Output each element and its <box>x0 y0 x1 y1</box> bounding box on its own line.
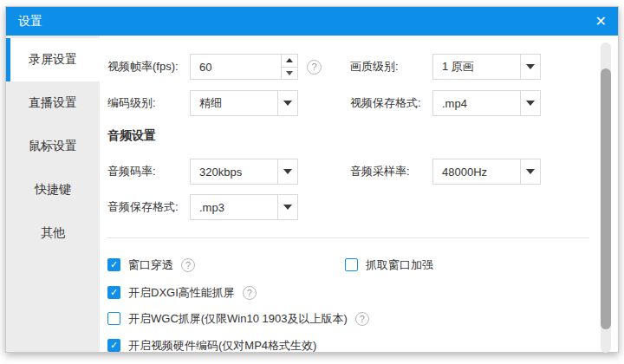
audio-bitrate-select[interactable]: 320kbps <box>190 159 298 185</box>
chevron-down-icon[interactable] <box>277 195 297 219</box>
quality-value: 1 原画 <box>433 55 520 79</box>
checkbox-label: 开启DXGI高性能抓屏 <box>128 285 235 301</box>
chevron-down-icon[interactable] <box>277 159 297 184</box>
chevron-down-icon[interactable] <box>520 55 540 79</box>
fps-row: 视频帧率(fps): 60 ? <box>107 54 322 80</box>
audio-format-row: 音频保存格式: .mp3 <box>107 194 298 220</box>
chevron-down-icon[interactable] <box>520 159 540 184</box>
encode-row: 编码级别: 精细 <box>107 90 298 116</box>
video-format-value: .mp4 <box>433 91 520 115</box>
audio-bitrate-value: 320kbps <box>191 159 277 184</box>
checkbox-label: 开启WGC抓屏(仅限Win10 1903及以上版本) <box>128 311 348 327</box>
checkbox-label: 抓取窗口加强 <box>366 257 433 273</box>
help-icon[interactable]: ? <box>355 312 369 326</box>
scrollbar-thumb[interactable] <box>601 68 611 329</box>
sidebar-item-label: 快捷键 <box>35 182 71 198</box>
video-format-select[interactable]: .mp4 <box>432 90 541 116</box>
fps-label: 视频帧率(fps): <box>107 59 190 75</box>
fps-spinner <box>281 55 297 79</box>
titlebar: 设置 ✕ <box>6 7 618 36</box>
help-icon[interactable]: ? <box>307 60 322 75</box>
audio-format-label: 音频保存格式: <box>107 199 190 215</box>
checkbox-label: 开启视频硬件编码(仅对MP4格式生效) <box>128 338 316 354</box>
window-penetrate-option: ✓ 窗口穿透 ? <box>107 257 195 272</box>
audio-sample-select[interactable]: 48000Hz <box>432 159 541 185</box>
settings-dialog: 设置 ✕ 录屏设置 直播设置 鼠标设置 快捷键 其他 视频 <box>5 6 619 353</box>
checkbox-checked[interactable]: ✓ <box>107 286 120 299</box>
video-format-row: 视频保存格式: .mp4 <box>350 90 541 116</box>
close-icon[interactable]: ✕ <box>595 15 607 29</box>
sidebar: 录屏设置 直播设置 鼠标设置 快捷键 其他 <box>6 36 100 352</box>
sidebar-item-label: 录屏设置 <box>29 52 77 68</box>
divider <box>107 237 589 238</box>
sidebar-item-other[interactable]: 其他 <box>6 211 100 255</box>
page-title: 设置 <box>18 14 42 29</box>
audio-bitrate-label: 音频码率: <box>107 164 190 179</box>
quality-select[interactable]: 1 原画 <box>432 54 541 80</box>
sidebar-item-mouse-settings[interactable]: 鼠标设置 <box>6 125 100 168</box>
sidebar-item-label: 其他 <box>41 225 65 241</box>
checkbox-label: 窗口穿透 <box>128 257 173 273</box>
audio-format-value: .mp3 <box>191 195 277 219</box>
quality-label: 画质级别: <box>350 59 432 75</box>
video-format-label: 视频保存格式: <box>350 95 432 111</box>
wgc-capture-option: 开启WGC抓屏(仅限Win10 1903及以上版本) ? <box>107 311 369 326</box>
encode-label: 编码级别: <box>107 95 190 111</box>
sidebar-item-label: 鼠标设置 <box>29 139 77 154</box>
audio-format-select[interactable]: .mp3 <box>190 194 298 220</box>
encode-select[interactable]: 精细 <box>190 90 298 116</box>
screen: 设置 ✕ 录屏设置 直播设置 鼠标设置 快捷键 其他 视频 <box>0 0 624 364</box>
sidebar-item-hotkeys[interactable]: 快捷键 <box>6 168 100 211</box>
sidebar-item-record-settings[interactable]: 录屏设置 <box>6 38 100 81</box>
checkbox-checked[interactable]: ✓ <box>107 258 120 271</box>
chevron-down-icon[interactable] <box>520 91 540 115</box>
checkbox-unchecked[interactable] <box>107 312 120 325</box>
encode-value: 精细 <box>191 91 277 115</box>
audio-section-title: 音频设置 <box>107 128 156 144</box>
help-icon[interactable]: ? <box>243 286 257 300</box>
audio-sample-row: 音频采样率: 48000Hz <box>350 159 541 185</box>
checkbox-unchecked[interactable] <box>345 258 358 271</box>
spin-down-icon[interactable] <box>282 68 297 80</box>
sidebar-item-live-settings[interactable]: 直播设置 <box>6 81 100 125</box>
audio-bitrate-row: 音频码率: 320kbps <box>107 159 298 185</box>
checkbox-checked[interactable]: ✓ <box>107 339 120 352</box>
quality-row: 画质级别: 1 原画 <box>350 54 541 80</box>
fps-input[interactable]: 60 <box>190 54 298 80</box>
hw-encode-option: ✓ 开启视频硬件编码(仅对MP4格式生效) <box>107 338 316 353</box>
audio-sample-label: 音频采样率: <box>350 164 432 179</box>
sidebar-item-label: 直播设置 <box>29 95 77 111</box>
spin-up-icon[interactable] <box>282 55 297 68</box>
fps-value: 60 <box>191 55 281 79</box>
help-icon[interactable]: ? <box>181 258 195 272</box>
chevron-down-icon[interactable] <box>277 91 297 115</box>
scrollbar-track[interactable] <box>601 42 611 353</box>
dxgi-capture-option: ✓ 开启DXGI高性能抓屏 ? <box>107 285 257 300</box>
capture-enhance-option: 抓取窗口加强 <box>345 257 433 272</box>
settings-panel: 视频帧率(fps): 60 ? 画质级别: 1 原画 <box>100 36 618 352</box>
audio-sample-value: 48000Hz <box>433 159 520 184</box>
